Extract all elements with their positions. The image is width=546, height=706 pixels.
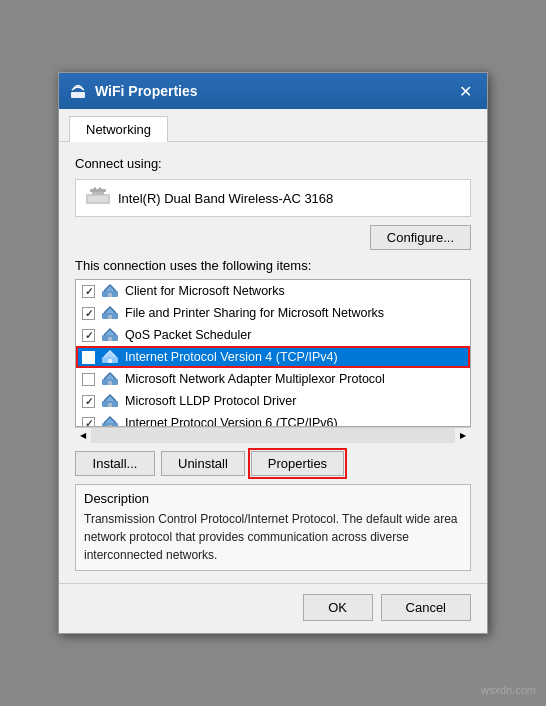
svg-rect-4	[90, 189, 106, 192]
svg-rect-14	[108, 381, 112, 385]
list-item[interactable]: Microsoft Network Adapter Multiplexor Pr…	[76, 368, 470, 390]
horizontal-scrollbar[interactable]: ◀ ▶	[75, 427, 471, 443]
svg-rect-8	[108, 315, 112, 319]
network-protocol-icon	[101, 415, 119, 427]
svg-rect-2	[88, 196, 108, 202]
list-item-label: Client for Microsoft Networks	[125, 284, 285, 298]
wifi-properties-window: WiFi Properties ✕ Networking Connect usi…	[58, 72, 488, 634]
list-item[interactable]: File and Printer Sharing for Microsoft N…	[76, 302, 470, 324]
description-section: Description Transmission Control Protoco…	[75, 484, 471, 571]
list-item[interactable]: QoS Packet Scheduler	[76, 324, 470, 346]
adapter-row: Intel(R) Dual Band Wireless-AC 3168	[75, 179, 471, 217]
network-protocol-icon	[101, 349, 119, 365]
list-item-checkbox[interactable]	[82, 395, 95, 408]
close-button[interactable]: ✕	[453, 79, 477, 103]
uninstall-button[interactable]: Uninstall	[161, 451, 245, 476]
items-label: This connection uses the following items…	[75, 258, 471, 273]
tab-networking[interactable]: Networking	[69, 116, 168, 142]
svg-rect-18	[108, 425, 112, 427]
scroll-left-arrow[interactable]: ◀	[75, 428, 91, 444]
list-item-checkbox[interactable]	[82, 307, 95, 320]
list-item-checkbox[interactable]	[82, 351, 95, 364]
action-buttons-row: Install... Uninstall Properties	[75, 451, 471, 476]
network-protocol-icon	[101, 305, 119, 321]
network-protocol-icon	[101, 327, 119, 343]
list-item-checkbox[interactable]	[82, 373, 95, 386]
scroll-track-h	[91, 428, 455, 443]
list-item-label: Internet Protocol Version 6 (TCP/IPv6)	[125, 416, 338, 427]
network-protocol-icon	[101, 371, 119, 387]
content-area: Connect using: Intel(R) Dual Band Wirele…	[59, 142, 487, 583]
ok-button[interactable]: OK	[303, 594, 373, 621]
tab-bar: Networking	[59, 109, 487, 142]
svg-rect-0	[71, 92, 85, 98]
scroll-right-arrow[interactable]: ▶	[455, 428, 471, 444]
title-bar-left: WiFi Properties	[69, 82, 198, 100]
wifi-icon	[69, 82, 87, 100]
network-protocol-icon	[101, 283, 119, 299]
list-item-label: Microsoft LLDP Protocol Driver	[125, 394, 296, 408]
list-item-label: Microsoft Network Adapter Multiplexor Pr…	[125, 372, 385, 386]
list-item-label: QoS Packet Scheduler	[125, 328, 251, 342]
cancel-button[interactable]: Cancel	[381, 594, 471, 621]
list-item-label: Internet Protocol Version 4 (TCP/IPv4)	[125, 350, 338, 364]
adapter-name: Intel(R) Dual Band Wireless-AC 3168	[118, 191, 333, 206]
svg-rect-16	[108, 403, 112, 407]
properties-btn-wrapper: Properties	[251, 451, 344, 476]
svg-rect-12	[108, 359, 112, 363]
window-title: WiFi Properties	[95, 83, 198, 99]
description-text: Transmission Control Protocol/Internet P…	[84, 510, 462, 564]
description-title: Description	[84, 491, 462, 506]
list-item[interactable]: Internet Protocol Version 6 (TCP/IPv6)	[76, 412, 470, 427]
connect-using-label: Connect using:	[75, 156, 471, 171]
configure-row: Configure...	[75, 225, 471, 250]
adapter-icon	[86, 186, 110, 210]
svg-rect-10	[108, 337, 112, 341]
configure-button[interactable]: Configure...	[370, 225, 471, 250]
list-item-checkbox[interactable]	[82, 329, 95, 342]
svg-rect-6	[108, 293, 112, 297]
list-item[interactable]: Internet Protocol Version 4 (TCP/IPv4)	[76, 346, 470, 368]
list-item-checkbox[interactable]	[82, 417, 95, 428]
list-item-label: File and Printer Sharing for Microsoft N…	[125, 306, 384, 320]
list-item-checkbox[interactable]	[82, 285, 95, 298]
title-bar: WiFi Properties ✕	[59, 73, 487, 109]
list-item[interactable]: Client for Microsoft Networks	[76, 280, 470, 302]
watermark: wsxdn.com	[481, 684, 536, 696]
network-protocol-icon	[101, 393, 119, 409]
items-list[interactable]: Client for Microsoft Networks File and P…	[75, 279, 471, 427]
properties-button[interactable]: Properties	[251, 451, 344, 476]
list-item[interactable]: Microsoft LLDP Protocol Driver	[76, 390, 470, 412]
install-button[interactable]: Install...	[75, 451, 155, 476]
footer: OK Cancel	[59, 583, 487, 633]
